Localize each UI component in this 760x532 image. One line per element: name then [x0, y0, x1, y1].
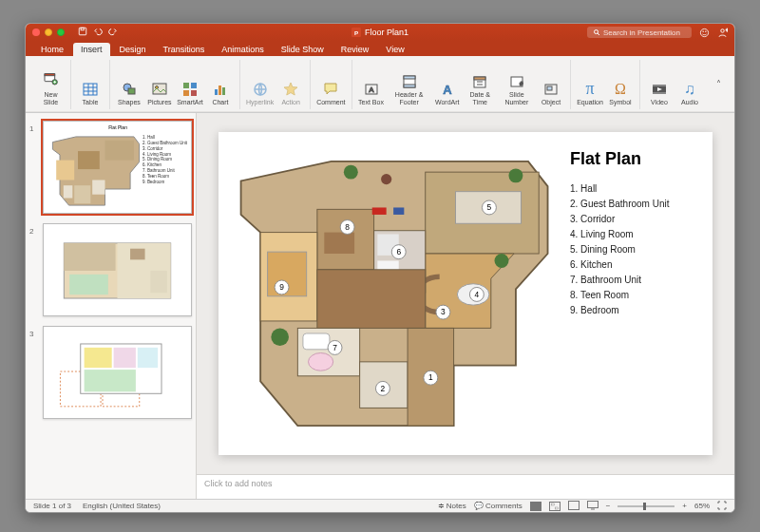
label: Text Box [358, 99, 384, 106]
slideshow-view-icon[interactable] [587, 501, 598, 512]
search-icon [593, 28, 600, 36]
sorter-view-icon[interactable] [549, 502, 560, 511]
save-icon[interactable] [78, 27, 87, 38]
equation-button[interactable]: πEquation [577, 62, 603, 107]
svg-rect-57 [85, 348, 112, 368]
audio-button[interactable]: ♫Audio [676, 62, 703, 107]
notes-pane[interactable]: Click to add notes [197, 474, 734, 499]
comments-toggle[interactable]: 💬 Comments [474, 502, 522, 510]
thumb-3[interactable]: 3 [29, 326, 192, 419]
tab-review[interactable]: Review [333, 43, 377, 56]
close-button[interactable] [32, 28, 40, 36]
tab-insert[interactable]: Insert [73, 43, 110, 56]
header-button[interactable]: Header & Footer [389, 62, 430, 107]
tab-transitions[interactable]: Transitions [156, 43, 213, 56]
thumb-1[interactable]: 1 Flat Plan [29, 121, 192, 214]
legend-item: 8. Teen Room [570, 290, 695, 300]
thumb-title: Flat Plan [108, 124, 127, 130]
search-field[interactable]: Search in Presentation [587, 27, 692, 38]
action-button[interactable]: Action [277, 62, 304, 107]
svg-rect-58 [114, 348, 136, 368]
table-icon [82, 81, 99, 98]
new-slide-button[interactable]: New Slide [37, 62, 65, 107]
minimize-button[interactable] [45, 28, 52, 36]
label: Video [651, 99, 668, 106]
svg-text:A: A [369, 86, 374, 94]
tab-animations[interactable]: Animations [214, 43, 272, 56]
thumb-num: 2 [29, 223, 39, 316]
svg-rect-42 [78, 151, 100, 169]
label: Date & Time [465, 91, 496, 105]
smiley-icon[interactable] [699, 28, 710, 38]
svg-point-5 [700, 28, 708, 36]
thumb-num: 3 [29, 326, 39, 419]
svg-text:6: 6 [396, 247, 401, 256]
slidenum-button[interactable]: #Slide Number [500, 62, 534, 107]
slide: 1 2 3 4 5 6 7 8 9 Flat Plan 1 [218, 132, 712, 455]
comment-icon [322, 81, 339, 98]
normal-view-icon[interactable] [530, 502, 542, 511]
svg-text:5: 5 [487, 202, 492, 212]
chart-icon [212, 81, 229, 98]
date-icon [471, 73, 488, 90]
object-button[interactable]: Object [538, 62, 564, 107]
table-button[interactable]: Table [77, 62, 104, 107]
legend-item: 1. Hall [570, 183, 695, 194]
maximize-button[interactable] [57, 28, 65, 36]
collapse-ribbon-icon[interactable]: ˄ [716, 79, 721, 89]
reading-view-icon[interactable] [568, 501, 580, 512]
svg-rect-43 [105, 141, 134, 161]
header-icon [401, 73, 418, 90]
redo-icon[interactable] [108, 27, 118, 38]
title-text: Floor Plan1 [365, 28, 408, 37]
comment-button[interactable]: Comment [316, 62, 345, 107]
svg-rect-40 [653, 92, 666, 94]
canvas[interactable]: 1 2 3 4 5 6 7 8 9 Flat Plan 1 [197, 113, 734, 474]
symbol-button[interactable]: ΩSymbol [607, 62, 634, 107]
powerpoint-icon: P [352, 28, 361, 37]
search-placeholder: Search in Presentation [603, 28, 680, 37]
label: WordArt [435, 99, 460, 106]
svg-rect-60 [85, 370, 136, 391]
share-icon[interactable]: + [717, 28, 728, 38]
svg-rect-61 [138, 370, 158, 391]
hyperlink-icon [252, 81, 269, 98]
video-button[interactable]: Video [646, 62, 673, 107]
textbox-button[interactable]: AText Box [358, 62, 385, 107]
date-button[interactable]: Date & Time [465, 62, 496, 107]
thumb-num: 1 [29, 121, 39, 214]
zoom-slider[interactable] [618, 505, 674, 507]
hyperlink-button[interactable]: Hyperlink [246, 62, 274, 107]
svg-rect-86 [393, 207, 404, 214]
undo-icon[interactable] [93, 27, 103, 38]
zoom-level[interactable]: 65% [694, 502, 710, 510]
zoom-out-button[interactable]: − [606, 502, 611, 510]
ribbon: New Slide Table Shapes Pictures SmartArt… [26, 56, 734, 113]
wordart-button[interactable]: AWordArt [434, 62, 461, 107]
svg-rect-0 [79, 28, 86, 35]
language-indicator[interactable]: English (United States) [83, 502, 161, 510]
tab-view[interactable]: View [378, 43, 411, 56]
label: Header & Footer [389, 91, 430, 105]
svg-rect-19 [191, 83, 197, 88]
svg-rect-13 [84, 84, 97, 95]
fit-icon[interactable] [717, 501, 727, 512]
label: Comment [316, 99, 345, 106]
pictures-button[interactable]: Pictures [146, 62, 173, 107]
shapes-button[interactable]: Shapes [116, 62, 142, 107]
ribbon-tabs: Home Insert Design Transitions Animation… [26, 41, 734, 56]
svg-rect-1 [81, 28, 84, 30]
svg-rect-15 [128, 88, 135, 94]
thumb-2[interactable]: 2 [29, 223, 192, 316]
chart-button[interactable]: Chart [207, 62, 234, 107]
window-controls [32, 28, 65, 36]
svg-rect-106 [587, 501, 598, 507]
notes-toggle[interactable]: ≑ Notes [438, 502, 466, 510]
tab-home[interactable]: Home [33, 43, 71, 56]
tab-slideshow[interactable]: Slide Show [274, 43, 332, 56]
smartart-button[interactable]: SmartArt [177, 62, 203, 107]
tab-design[interactable]: Design [112, 43, 154, 56]
zoom-in-button[interactable]: + [682, 502, 687, 510]
legend-item: 7. Bathroom Unit [570, 275, 695, 285]
wordart-icon: A [439, 81, 456, 98]
